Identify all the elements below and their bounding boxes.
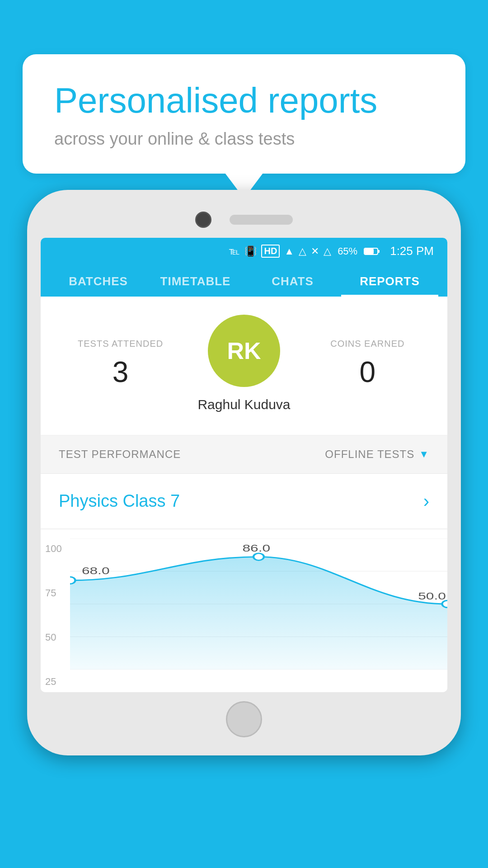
performance-label: TEST PERFORMANCE	[59, 448, 181, 461]
tests-attended-label: TESTS ATTENDED	[59, 339, 182, 349]
wifi-icon: ▲	[284, 245, 294, 257]
coins-earned-label: COINS EARNED	[306, 339, 429, 349]
speech-bubble: Personalised reports across your online …	[23, 54, 465, 174]
physics-class-row[interactable]: Physics Class 7 ›	[41, 474, 447, 529]
battery-percent: 65%	[338, 245, 357, 257]
status-icons: ℡ 📳 HD ▲ △ ✕ △	[229, 245, 331, 258]
chart-inner: 100 75 50 25	[41, 538, 447, 692]
tests-attended-value: 3	[59, 355, 182, 389]
tests-attended-block: TESTS ATTENDED 3	[59, 339, 182, 389]
y-label-50: 50	[45, 632, 62, 643]
svg-rect-1	[378, 250, 380, 253]
tab-reports[interactable]: REPORTS	[341, 264, 438, 297]
offline-filter-label: OFFLINE TESTS	[325, 448, 414, 461]
status-bar: ℡ 📳 HD ▲ △ ✕ △ 65% 1:25 PM	[41, 238, 447, 264]
y-label-75: 75	[45, 587, 62, 599]
y-label-25: 25	[45, 676, 62, 688]
chevron-right-icon: ›	[423, 491, 429, 511]
phone-speaker	[230, 215, 293, 225]
battery-icon	[364, 247, 380, 256]
cross-icon: ✕	[311, 245, 319, 257]
user-name: Raghul Kuduva	[197, 397, 290, 412]
avatar: RK	[208, 315, 280, 387]
data-label-2: 86.0	[243, 543, 271, 554]
bubble-subtitle: across your online & class tests	[54, 129, 434, 149]
profile-section: TESTS ATTENDED 3 RK Raghul Kuduva COINS …	[41, 297, 447, 435]
vibrate-icon: 📳	[244, 245, 257, 257]
phone-screen: ℡ 📳 HD ▲ △ ✕ △ 65% 1:25 PM BATCHE	[41, 238, 447, 692]
tab-batches[interactable]: BATCHES	[50, 264, 147, 297]
class-name: Physics Class 7	[59, 491, 180, 511]
performance-header: TEST PERFORMANCE OFFLINE TESTS ▼	[41, 435, 447, 474]
hd-icon: HD	[261, 245, 280, 258]
phone-outer: ℡ 📳 HD ▲ △ ✕ △ 65% 1:25 PM BATCHE	[27, 190, 461, 755]
data-point-2	[253, 553, 264, 560]
coins-earned-block: COINS EARNED 0	[306, 339, 429, 389]
chart-area: 100 75 50 25	[41, 529, 447, 692]
data-point-1	[70, 577, 75, 584]
phone-top-bar	[41, 203, 447, 238]
bluetooth-icon: ℡	[229, 245, 240, 257]
offline-filter[interactable]: OFFLINE TESTS ▼	[325, 448, 429, 461]
nav-tabs: BATCHES TIMETABLE CHATS REPORTS	[41, 264, 447, 297]
data-label-1: 68.0	[82, 566, 110, 576]
phone-bottom-bar	[41, 692, 447, 742]
chevron-down-icon: ▼	[419, 448, 429, 460]
coins-earned-value: 0	[306, 355, 429, 389]
data-label-3: 50.0	[418, 591, 446, 602]
signal-icon: △	[299, 245, 306, 257]
svg-rect-2	[365, 249, 374, 254]
line-chart: 68.0 86.0 50.0	[70, 538, 447, 670]
y-axis-labels: 100 75 50 25	[41, 538, 66, 692]
avatar-initials: RK	[227, 337, 261, 364]
home-button[interactable]	[226, 701, 262, 737]
phone-device: ℡ 📳 HD ▲ △ ✕ △ 65% 1:25 PM BATCHE	[27, 190, 461, 868]
bubble-title: Personalised reports	[54, 81, 434, 120]
status-time: 1:25 PM	[390, 244, 434, 258]
signal2-icon: △	[324, 245, 331, 257]
tab-timetable[interactable]: TIMETABLE	[147, 264, 244, 297]
tab-chats[interactable]: CHATS	[244, 264, 341, 297]
phone-camera	[195, 212, 211, 228]
y-label-100: 100	[45, 543, 62, 555]
avatar-block: RK Raghul Kuduva	[182, 315, 305, 412]
